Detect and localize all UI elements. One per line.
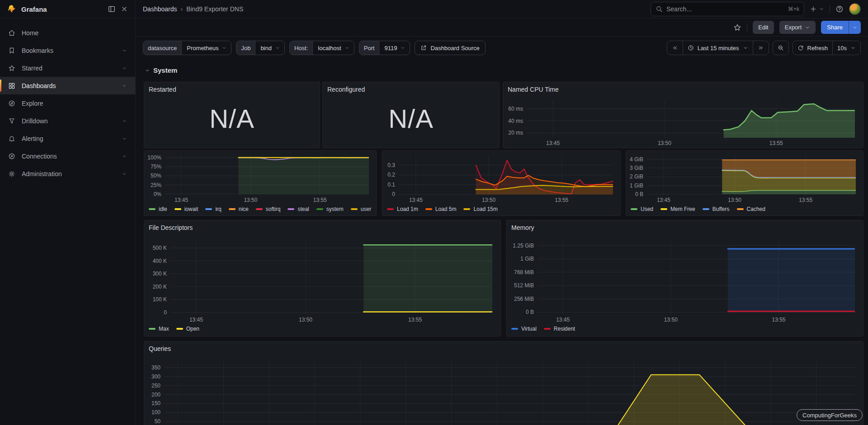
share-split-button: Share [821,21,861,34]
svg-text:500 K: 500 K [153,245,167,251]
time-shift-forward-button[interactable] [753,41,769,55]
time-range-picker[interactable]: Last 15 minutes [683,41,753,55]
legend-item[interactable]: user [351,206,371,212]
legend-item[interactable]: irq [205,206,221,212]
close-sidebar-button[interactable] [121,5,128,13]
panel-title[interactable]: Queries [149,345,171,352]
chevron-down-icon [122,65,127,71]
refresh-interval-label: 10s [837,45,847,51]
svg-text:13:45: 13:45 [175,197,188,203]
svg-text:13:55: 13:55 [555,197,568,203]
sidebar-item-starred[interactable]: Starred [0,59,135,77]
chevron-down-icon [122,136,127,141]
time-range-controls: Last 15 minutes [667,41,769,55]
dashboard-canvas: System Restarted N/A Reconfigured N/A Na… [136,59,868,425]
time-shift-back-button[interactable] [667,41,683,55]
panel-title[interactable]: Named CPU Time [508,86,559,93]
star-icon [733,23,741,32]
legend-item[interactable]: Buffers [703,206,730,212]
search-input[interactable] [666,5,784,13]
sidebar-item-drilldown[interactable]: Drilldown [0,112,135,130]
dashboard-source-button[interactable]: Dashboard Source [415,41,485,55]
legend-item[interactable]: Load 1m [387,206,418,212]
svg-text:0.1: 0.1 [387,182,395,188]
legend-item[interactable]: Virtual [511,326,537,332]
svg-text:0: 0 [164,309,167,316]
legend-item[interactable]: steal [288,206,309,212]
help-button[interactable] [835,5,844,13]
plug-icon [8,153,15,160]
zoom-out-icon [778,45,784,51]
refresh-interval-picker[interactable]: 10s [833,41,860,55]
host-memory-chart[interactable]: 0 B1 GiB2 GiB3 GiB4 GiB13:4513:5013:55 [627,154,860,204]
variable-datasource[interactable]: datasourcePrometheus [143,41,231,55]
variable-value[interactable]: bind [255,41,284,55]
legend-item[interactable]: Load 5m [425,206,457,212]
variable-job[interactable]: Jobbind [236,41,285,55]
search-box[interactable]: ⌘+k [651,2,804,16]
svg-text:60 ms: 60 ms [508,106,523,112]
sidebar-item-bookmarks[interactable]: Bookmarks [0,42,135,59]
legend-item[interactable]: nice [229,206,249,212]
legend-item[interactable]: Load 15m [463,206,497,212]
panel-title[interactable]: File Descriptors [149,224,193,231]
sidebar-item-connections[interactable]: Connections [0,147,135,165]
file-descriptors-chart[interactable]: 0100 K200 K300 K400 K500 K13:4513:5013:5… [146,237,497,323]
queries-chart[interactable]: 50100150200250300350 [146,356,859,425]
legend-item[interactable]: Used [631,206,653,212]
avatar[interactable] [849,3,861,15]
named-cpu-chart[interactable]: 20 ms40 ms60 ms13:4513:5013:55 [505,97,859,147]
svg-text:768 MiB: 768 MiB [514,269,534,276]
svg-text:0 B: 0 B [526,309,534,315]
memory-chart[interactable]: 0 B256 MiB512 MiB768 MiB1 GiB1.25 GiB13:… [509,237,859,323]
legend-item[interactable]: Resident [544,326,575,332]
sidebar-item-label: Explore [22,100,43,107]
variable-value[interactable]: 9119 [379,41,410,55]
chevron-down-icon [122,118,127,124]
variable-value[interactable]: Prometheus [182,41,231,55]
sidebar-item-alerting[interactable]: Alerting [0,130,135,147]
chevron-down-icon [122,154,127,159]
legend-item[interactable]: Open [176,326,199,332]
legend-item[interactable]: system [316,206,344,212]
refresh-button[interactable]: Refresh [793,41,833,55]
variable-value[interactable]: localhost [313,41,354,55]
variable-host[interactable]: Host:localhost [289,41,354,55]
edit-button[interactable]: Edit [753,21,774,34]
legend-item[interactable]: iowait [175,206,198,212]
panel-restarted: Restarted N/A [144,82,320,148]
time-zoom-out-button[interactable] [773,41,788,55]
variable-label: Port [359,41,380,55]
plus-icon [810,5,817,13]
dock-sidebar-button[interactable] [108,5,116,13]
cpu-chart[interactable]: 0%25%50%75%100%13:4513:5013:55 [145,154,373,204]
sidebar-item-home[interactable]: Home [0,24,135,42]
legend-item[interactable]: idle [149,206,167,212]
legend-item[interactable]: Max [149,326,169,332]
stat-value: N/A [144,82,320,148]
export-button[interactable]: Export [779,21,816,34]
variable-port[interactable]: Port9119 [359,41,410,55]
legend-item[interactable]: softirq [256,206,281,212]
share-button[interactable]: Share [821,21,849,34]
panel-title[interactable]: Memory [511,224,534,231]
favorite-button[interactable] [733,23,741,32]
legend-item[interactable]: Mem Free [660,206,695,212]
share-label: Share [827,24,843,31]
sidebar-item-dashboards[interactable]: Dashboards [0,77,135,94]
sidebar-item-explore[interactable]: Explore [0,94,135,112]
svg-text:100%: 100% [147,154,161,161]
breadcrumb-dashboards[interactable]: Dashboards [143,5,177,13]
row-header-system[interactable]: System [145,66,177,74]
share-menu-button[interactable] [849,21,861,34]
add-menu-button[interactable] [810,5,824,13]
legend-item[interactable]: Cached [737,206,765,212]
variable-label: Host: [290,41,313,55]
panel-named-cpu-time: Named CPU Time 20 ms40 ms60 ms13:4513:50… [503,82,863,148]
svg-text:13:50: 13:50 [482,197,495,203]
svg-text:25%: 25% [151,182,161,188]
drill-icon [8,117,15,125]
load-chart[interactable]: 00.10.20.313:4513:5013:55 [383,154,618,204]
edit-label: Edit [758,24,768,31]
sidebar-item-administration[interactable]: Administration [0,165,135,182]
